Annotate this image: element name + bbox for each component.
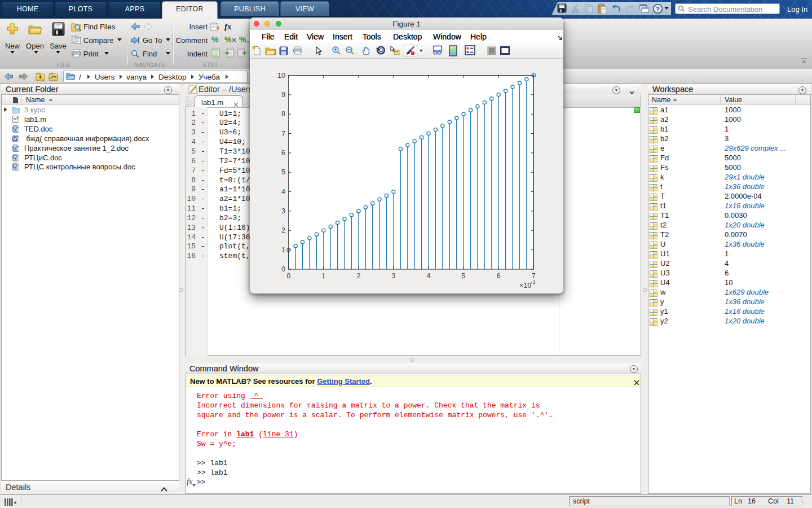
svg-text:×10: ×10 <box>519 282 531 290</box>
svg-text:1: 1 <box>321 272 325 280</box>
svg-text:4: 4 <box>427 272 431 280</box>
svg-text:2: 2 <box>356 272 360 280</box>
svg-text:3: 3 <box>281 207 285 215</box>
svg-text:2: 2 <box>281 226 285 234</box>
svg-text:5: 5 <box>462 272 466 280</box>
svg-text:1: 1 <box>281 246 285 254</box>
svg-text:?: ? <box>656 6 660 12</box>
svg-text:10: 10 <box>277 72 285 80</box>
svg-text:0: 0 <box>281 265 285 273</box>
svg-text:6: 6 <box>281 149 285 157</box>
svg-text:0: 0 <box>286 272 290 280</box>
svg-text:W: W <box>12 126 17 132</box>
svg-text:7: 7 <box>281 130 285 138</box>
svg-text:W: W <box>13 136 17 141</box>
svg-text:9: 9 <box>281 91 285 99</box>
svg-text:5: 5 <box>281 168 285 176</box>
svg-text:8: 8 <box>281 110 285 118</box>
svg-text:4: 4 <box>281 188 285 196</box>
svg-text:W: W <box>12 165 17 170</box>
svg-text:-3: -3 <box>531 279 535 285</box>
svg-text:6: 6 <box>497 272 501 280</box>
svg-text:W: W <box>12 155 17 160</box>
svg-text:W: W <box>12 146 17 151</box>
svg-text:3: 3 <box>391 272 395 280</box>
